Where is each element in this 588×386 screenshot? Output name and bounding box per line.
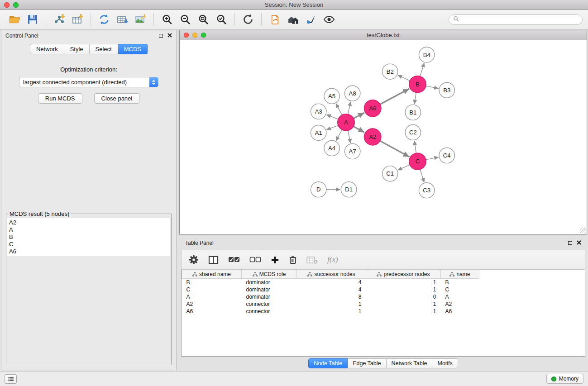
table-row[interactable]: A2connector11A2 (182, 300, 585, 308)
network-document-button[interactable] (266, 11, 284, 28)
graph-edge-A-A4[interactable] (336, 130, 342, 141)
function-builder-button[interactable]: f(x) (327, 255, 338, 264)
graph-node-C[interactable]: C (409, 153, 426, 170)
export-image-button[interactable] (131, 11, 149, 28)
table-cell[interactable]: A (441, 293, 479, 300)
table-tab-node-table[interactable]: Node Table (308, 358, 348, 368)
import-table-file-button[interactable] (68, 11, 86, 28)
export-network-button[interactable] (95, 11, 113, 28)
graph-edge-A-A5[interactable] (336, 104, 342, 115)
float-panel-icon[interactable] (159, 34, 163, 38)
graph-node-A5[interactable]: A5 (324, 88, 339, 104)
close-table-panel-icon[interactable] (577, 240, 581, 246)
control-tab-network[interactable]: Network (30, 44, 64, 54)
table-cell[interactable]: 0 (366, 293, 441, 300)
graph-node-A8[interactable]: A8 (344, 86, 360, 101)
close-panel-button[interactable]: Close panel (94, 93, 140, 104)
resize-grip[interactable] (580, 228, 586, 234)
column-header-predecessor-nodes[interactable]: predecessor nodes (366, 270, 441, 279)
graph-edge-A-A7[interactable] (348, 131, 350, 143)
network-graph[interactable]: B4B2BB3A8A5A6A3B1AC2A1A2A4A7C4CC1C3DD1 (180, 40, 587, 234)
graph-edge-C-C3[interactable] (420, 169, 424, 182)
float-table-panel-icon[interactable] (568, 241, 572, 245)
graph-node-A3[interactable]: A3 (311, 104, 326, 119)
mcds-result-item[interactable]: A (9, 226, 168, 234)
graph-node-B[interactable]: B (409, 76, 426, 93)
mcds-result-item[interactable]: C (9, 241, 168, 248)
table-cell[interactable]: A2 (182, 300, 242, 308)
checked-pair-button[interactable] (228, 257, 240, 263)
settings-gear-button[interactable] (189, 255, 199, 265)
control-tab-style[interactable]: Style (64, 44, 90, 54)
table-cell[interactable]: 1 (366, 308, 441, 315)
table-cell[interactable]: 1 (366, 300, 441, 308)
table-row[interactable]: A6connector11A6 (182, 308, 585, 315)
control-tab-mcds[interactable]: MCDS (118, 44, 148, 54)
graph-node-A7[interactable]: A7 (344, 144, 360, 159)
zoom-fit-button[interactable] (194, 11, 212, 28)
table-cell[interactable]: A2 (441, 300, 479, 308)
graph-edge-A-A3[interactable] (327, 114, 338, 119)
save-session-button[interactable] (24, 11, 42, 28)
column-header-name[interactable]: name (441, 270, 479, 279)
zoom-window-button[interactable] (13, 2, 19, 8)
delete-column-button[interactable] (289, 255, 297, 264)
table-row[interactable]: Adominator80A (182, 293, 585, 300)
graph-node-B1[interactable]: B1 (405, 105, 421, 120)
graph-node-C1[interactable]: C1 (382, 166, 397, 181)
graph-edge-B-B4[interactable] (420, 63, 424, 76)
graph-node-C4[interactable]: C4 (439, 148, 454, 163)
table-row[interactable]: Bdominator41B (182, 279, 585, 286)
home-networks-button[interactable] (284, 11, 302, 28)
zoom-selected-button[interactable] (212, 11, 230, 28)
table-cell[interactable]: B (441, 279, 479, 286)
network-canvas[interactable]: B4B2BB3A8A5A6A3B1AC2A1A2A4A7C4CC1C3DD1 (180, 40, 587, 234)
graph-edge-B-B3[interactable] (426, 86, 439, 89)
table-cell[interactable]: C (182, 286, 242, 293)
table-tab-edge-table[interactable]: Edge Table (348, 358, 386, 368)
export-table-button[interactable] (113, 11, 131, 28)
delete-table-button[interactable] (306, 256, 318, 264)
graph-node-D[interactable]: D (311, 182, 326, 197)
graph-node-A1[interactable]: A1 (311, 125, 326, 140)
graph-node-C3[interactable]: C3 (419, 183, 434, 198)
table-cell[interactable]: 1 (297, 308, 366, 315)
graph-node-B3[interactable]: B3 (439, 82, 454, 98)
run-mcds-button[interactable]: Run MCDS (38, 93, 82, 104)
table-cell[interactable]: 1 (366, 286, 441, 293)
control-tab-select[interactable]: Select (90, 44, 118, 54)
graph-edge-A-A1[interactable] (327, 125, 338, 130)
close-window-button[interactable] (4, 2, 10, 8)
graph-edge-A-A8[interactable] (348, 102, 350, 114)
table-cell[interactable]: 1 (297, 300, 366, 308)
graph-edge-A6-B[interactable] (380, 89, 409, 105)
close-panel-icon[interactable] (167, 33, 172, 39)
column-header-shared-name[interactable]: shared name (182, 270, 242, 279)
column-header-successor-nodes[interactable]: successor nodes (297, 270, 366, 279)
mcds-result-item[interactable]: B (9, 234, 168, 241)
zoom-out-button[interactable] (176, 11, 194, 28)
graph-edge-A-A6[interactable] (354, 113, 364, 119)
task-history-button[interactable] (5, 374, 17, 384)
table-tab-network-table[interactable]: Network Table (387, 358, 433, 368)
mcds-result-list[interactable]: A2ABCA6 (7, 218, 170, 256)
table-row[interactable]: Cdominator41C (182, 286, 585, 293)
table-cell[interactable]: dominator (242, 279, 297, 286)
table-cell[interactable]: 8 (297, 293, 366, 300)
table-cell[interactable]: 1 (366, 279, 441, 286)
graph-edge-C-C4[interactable] (426, 157, 439, 160)
graph-edge-B-B2[interactable] (398, 75, 410, 81)
add-column-button[interactable] (271, 256, 279, 264)
graph-edge-B-B1[interactable] (414, 93, 416, 104)
graph-edge-A-A2[interactable] (354, 126, 364, 132)
unchecked-pair-button[interactable] (249, 257, 261, 263)
graph-node-C2[interactable]: C2 (405, 124, 421, 140)
table-tab-motifs[interactable]: Motifs (432, 358, 458, 368)
table-cell[interactable]: A6 (441, 308, 479, 315)
table-cell[interactable]: C (441, 286, 479, 293)
zoom-in-button[interactable] (158, 11, 176, 28)
table-cell[interactable]: dominator (242, 293, 297, 300)
mcds-result-item[interactable]: A2 (9, 219, 168, 226)
style-brush-button[interactable] (302, 11, 320, 28)
graph-node-D1[interactable]: D1 (341, 182, 356, 197)
